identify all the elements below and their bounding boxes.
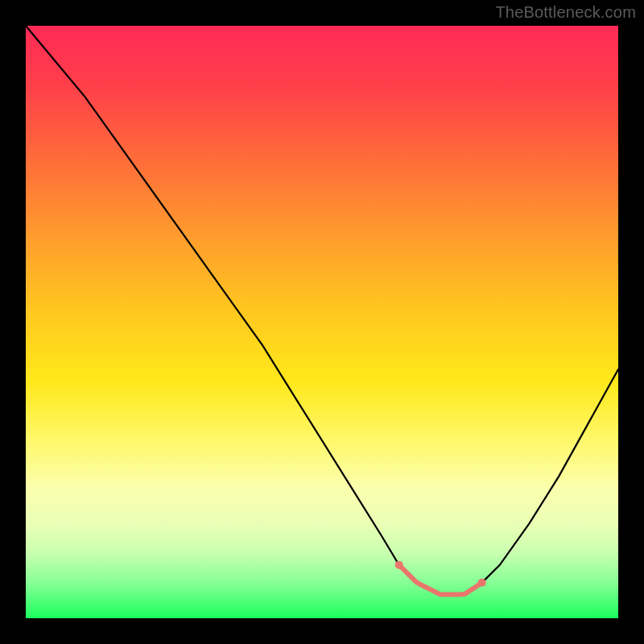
plot-area [26, 26, 618, 618]
bottleneck-curve [26, 26, 618, 595]
highlight-dot-left [395, 561, 403, 569]
curve-layer [26, 26, 618, 618]
highlight-dot-right [478, 579, 486, 587]
highlight-segment [399, 565, 482, 595]
watermark-text: TheBottleneck.com [495, 3, 636, 22]
chart-frame: TheBottleneck.com [0, 0, 644, 644]
